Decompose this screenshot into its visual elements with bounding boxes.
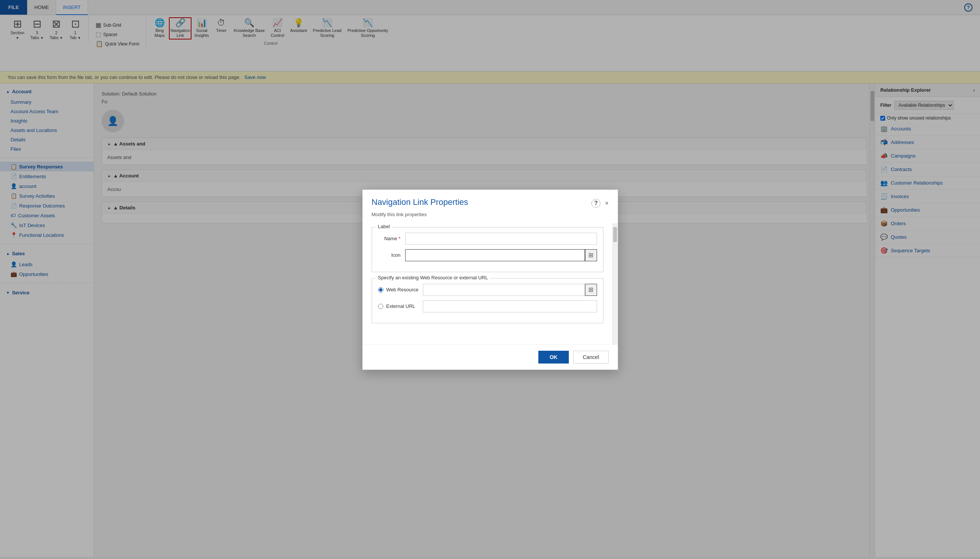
- navigation-link-modal: Navigation Link Properties ? × Modify th…: [362, 189, 618, 370]
- webresource-label: Web Resource: [386, 287, 419, 293]
- icon-label: Icon: [378, 252, 401, 258]
- icon-browse-button[interactable]: ⊞: [585, 249, 597, 261]
- modal-header: Navigation Link Properties ? ×: [363, 190, 618, 212]
- label-fieldset: Label Name Icon ⊞: [372, 227, 604, 272]
- webresource-radio[interactable]: [378, 287, 383, 293]
- modal-body: Label Name Icon ⊞ Specify: [363, 223, 612, 344]
- cancel-button[interactable]: Cancel: [573, 351, 609, 364]
- webresource-input-wrapper: ⊞: [423, 284, 597, 296]
- name-form-row: Name: [378, 233, 597, 245]
- url-fieldset-title: Specify an existing Web Resource or exte…: [376, 275, 490, 280]
- name-input[interactable]: [405, 233, 597, 245]
- modal-scrollbar[interactable]: [612, 223, 618, 344]
- modal-body-wrapper: Label Name Icon ⊞ Specify: [363, 223, 618, 344]
- externalurl-form-row: External URL: [378, 300, 597, 313]
- modal-header-actions: ? ×: [591, 199, 608, 208]
- externalurl-radio-option: External URL: [378, 303, 415, 309]
- url-fieldset: Specify an existing Web Resource or exte…: [372, 278, 604, 323]
- externalurl-input[interactable]: [423, 300, 597, 313]
- modal-footer: OK Cancel: [363, 344, 618, 370]
- webresource-browse-button[interactable]: ⊞: [585, 284, 597, 296]
- webresource-form-row: Web Resource ⊞: [378, 284, 597, 296]
- webresource-radio-option: Web Resource: [378, 287, 419, 293]
- externalurl-label: External URL: [386, 303, 415, 309]
- ok-button[interactable]: OK: [538, 351, 569, 364]
- label-fieldset-title: Label: [376, 224, 392, 229]
- externalurl-radio[interactable]: [378, 304, 383, 309]
- modal-overlay: Navigation Link Properties ? × Modify th…: [0, 0, 980, 559]
- webresource-input[interactable]: [423, 284, 585, 296]
- modal-subtitle: Modify this link properties: [363, 212, 618, 223]
- modal-scrollbar-thumb: [613, 227, 617, 242]
- modal-title: Navigation Link Properties: [372, 197, 468, 207]
- name-label: Name: [378, 236, 401, 241]
- icon-input[interactable]: [405, 249, 585, 261]
- modal-close-button[interactable]: ×: [605, 200, 608, 207]
- icon-form-row: Icon ⊞: [378, 249, 597, 261]
- icon-input-wrapper: ⊞: [405, 249, 597, 261]
- modal-help-button[interactable]: ?: [591, 199, 600, 208]
